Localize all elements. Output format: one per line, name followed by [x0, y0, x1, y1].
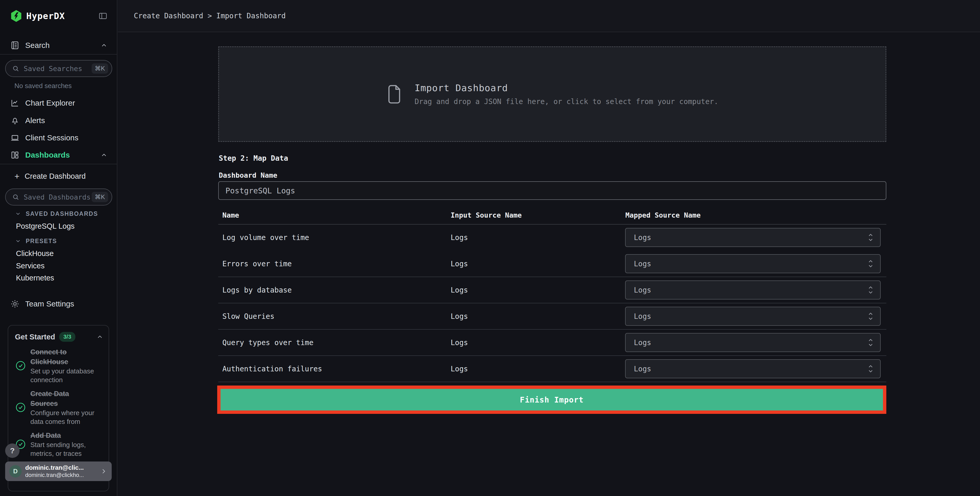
select-chevrons-icon	[867, 337, 874, 348]
select-chevrons-icon	[867, 258, 874, 269]
finish-import-button[interactable]: Finish Import	[217, 386, 886, 414]
row-input-source: Logs	[450, 330, 468, 356]
json-dropzone[interactable]: Import Dashboard Drag and drop a JSON fi…	[218, 46, 886, 142]
sidebar-preset-services[interactable]: Services	[16, 260, 108, 272]
select-chevrons-icon	[867, 232, 874, 242]
logo-row: HyperDX	[10, 9, 108, 23]
get-started-item-title: Add Data	[30, 431, 95, 440]
saved-searches-input[interactable]: Saved Searches ⌘K	[5, 60, 112, 77]
laptop-icon	[10, 133, 19, 142]
plus-icon: +	[14, 172, 19, 180]
topbar: Create Dashboard > Import Dashboard	[118, 0, 980, 32]
row-name: Logs by database	[222, 277, 292, 303]
breadcrumb[interactable]: Create Dashboard > Import Dashboard	[134, 11, 286, 20]
get-started-item-connect[interactable]: Connect to ClickHouse Set up your databa…	[15, 347, 103, 384]
mapped-source-select[interactable]: Logs	[625, 333, 881, 352]
saved-dashboards-input[interactable]: Saved Dashboards ⌘K	[5, 188, 112, 206]
get-started-item-title: Connect to ClickHouse	[30, 347, 95, 367]
preset-item-label: ClickHouse	[16, 249, 54, 258]
saved-searches-placeholder: Saved Searches	[24, 65, 82, 73]
sidebar-item-label: Dashboards	[25, 151, 70, 159]
chevron-up-icon[interactable]	[96, 333, 103, 340]
sidebar-item-client-sessions[interactable]: Client Sessions	[10, 130, 108, 145]
presets-group-header[interactable]: PRESETS	[15, 236, 108, 246]
dashboard-name-input[interactable]	[218, 181, 886, 200]
sidebar-item-label: Chart Explorer	[25, 99, 75, 107]
mapped-source-select[interactable]: Logs	[625, 281, 881, 300]
check-circle-icon	[15, 402, 26, 413]
panel-left-icon	[98, 11, 108, 21]
dashboard-name-label: Dashboard Name	[219, 171, 277, 180]
chevron-down-icon	[15, 211, 21, 217]
row-name: Authentication failures	[222, 356, 322, 382]
sidebar-section-search[interactable]: Search	[10, 39, 108, 51]
cmd-k-shortcut: ⌘K	[92, 63, 108, 73]
search-icon	[12, 193, 19, 201]
create-dashboard-button[interactable]: + Create Dashboard	[14, 169, 108, 183]
finish-import-label: Finish Import	[520, 395, 584, 404]
sidebar-item-chart-explorer[interactable]: Chart Explorer	[10, 95, 108, 111]
table-row: Slow Queries Logs Logs	[218, 303, 886, 330]
mapped-source-select[interactable]: Logs	[625, 254, 881, 273]
sidebar-item-alerts[interactable]: Alerts	[10, 113, 108, 128]
select-chevrons-icon	[867, 364, 874, 374]
row-name: Query types over time	[222, 330, 313, 356]
table-row: Log volume over time Logs Logs	[218, 225, 886, 251]
select-value: Logs	[634, 365, 651, 373]
get-started-item-desc: Set up your database connection	[30, 367, 95, 384]
get-started-header[interactable]: Get Started 3/3	[15, 331, 103, 343]
get-started-item-desc: Configure where your data comes from	[30, 408, 95, 426]
help-button[interactable]: ?	[5, 443, 19, 458]
select-value: Logs	[634, 260, 651, 268]
row-input-source: Logs	[450, 303, 468, 329]
chevron-up-icon[interactable]	[100, 152, 108, 159]
row-name: Slow Queries	[222, 303, 274, 329]
table-row: Query types over time Logs Logs	[218, 330, 886, 356]
get-started-item-title: Create Data Sources	[30, 389, 95, 408]
sidebar-item-label: Client Sessions	[25, 133, 78, 142]
column-header-input-source: Input Source Name	[450, 210, 522, 220]
get-started-item-desc: Start sending logs, metrics, or traces	[30, 440, 95, 458]
search-section-label: Search	[25, 41, 50, 50]
search-icon	[12, 65, 19, 72]
create-dashboard-label: Create Dashboard	[25, 172, 86, 180]
sidebar-item-team-settings[interactable]: Team Settings	[10, 296, 108, 312]
column-header-name: Name	[222, 210, 239, 220]
table-row: Errors over time Logs Logs	[218, 251, 886, 277]
sidebar-preset-clickhouse[interactable]: ClickHouse	[16, 247, 108, 260]
sidebar-item-dashboards[interactable]: Dashboards	[10, 147, 108, 163]
journal-icon	[10, 41, 19, 50]
gear-icon	[10, 299, 19, 308]
sidebar-dashboard-postgresql-logs[interactable]: PostgreSQL Logs	[16, 220, 108, 232]
mapped-source-select[interactable]: Logs	[625, 228, 881, 247]
mapped-source-select[interactable]: Logs	[625, 359, 881, 378]
preset-item-label: Kubernetes	[16, 274, 54, 282]
group-header-label: SAVED DASHBOARDS	[26, 211, 98, 217]
import-dashboard-page: Import Dashboard Drag and drop a JSON fi…	[218, 33, 886, 496]
get-started-item-add-data[interactable]: Add Data Start sending logs, metrics, or…	[15, 431, 103, 458]
user-email-secondary: dominic.tran@clickho...	[25, 472, 84, 479]
lightning-bolt-icon	[14, 12, 19, 19]
row-input-source: Logs	[450, 225, 468, 250]
collapse-sidebar-button[interactable]	[98, 11, 108, 21]
mapped-source-select[interactable]: Logs	[625, 307, 881, 326]
table-row: Authentication failures Logs Logs	[218, 356, 886, 382]
step-title: Step 2: Map Data	[219, 153, 288, 163]
select-chevrons-icon	[867, 311, 874, 321]
sidebar-divider	[0, 54, 117, 54]
row-input-source: Logs	[450, 356, 468, 382]
preset-item-label: Services	[16, 262, 45, 270]
file-icon	[386, 83, 402, 105]
get-started-title: Get Started	[15, 333, 55, 341]
chevron-up-icon[interactable]	[100, 42, 108, 49]
progress-badge: 3/3	[59, 332, 75, 342]
get-started-item-sources[interactable]: Create Data Sources Configure where your…	[15, 389, 103, 426]
saved-dashboards-group-header[interactable]: SAVED DASHBOARDS	[15, 209, 108, 218]
select-value: Logs	[634, 233, 651, 242]
check-circle-icon	[15, 360, 26, 372]
dropzone-title: Import Dashboard	[415, 83, 718, 93]
table-header: Name Input Source Name Mapped Source Nam…	[218, 210, 886, 220]
user-account-button[interactable]: D dominic.tran@clic... dominic.tran@clic…	[5, 461, 112, 481]
sidebar-preset-kubernetes[interactable]: Kubernetes	[16, 272, 108, 284]
no-saved-searches-text: No saved searches	[14, 82, 72, 90]
